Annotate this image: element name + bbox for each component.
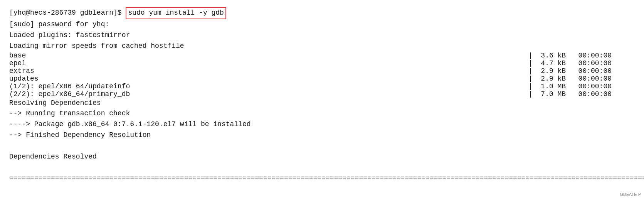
base-row: base | 3.6 kB 00:00:00 (9, 52, 635, 59)
running-check-text: --> Running transaction check (9, 108, 130, 119)
epel-primarydb-row: (2/2): epel/x86_64/primary_db | 7.0 MB 0… (9, 90, 635, 98)
separator-text: ========================================… (9, 173, 644, 184)
sudo-prompt-line: [sudo] password for yhq: (9, 19, 635, 30)
epel-primarydb-label: (2/2): epel/x86_64/primary_db (9, 90, 528, 98)
watermark: GDEATE P (620, 192, 641, 197)
epel-updateinfo-label: (1/2): epel/x86_64/updateinfo (9, 83, 528, 90)
extras-label: extras (9, 67, 528, 75)
base-label: base (9, 52, 528, 59)
dep-resolved-text: Dependencies Resolved (9, 152, 97, 162)
blank-line-2 (9, 162, 635, 173)
package-gdb-line: ----> Package gdb.x86_64 0:7.6.1-120.el7… (9, 119, 635, 130)
separator-line: ========================================… (9, 173, 635, 184)
dep-resolved-line: Dependencies Resolved (9, 152, 635, 162)
epel-updateinfo-row: (1/2): epel/x86_64/updateinfo | 1.0 MB 0… (9, 83, 635, 90)
updates-value: | 2.9 kB 00:00:00 (528, 75, 635, 83)
blank-line-1 (9, 141, 635, 152)
base-value: | 3.6 kB 00:00:00 (528, 52, 635, 59)
epel-primarydb-value: | 7.0 MB 00:00:00 (528, 90, 635, 98)
updates-row: updates | 2.9 kB 00:00:00 (9, 75, 635, 83)
prompt: [yhq@hecs-286739 gdblearn]$ (9, 8, 126, 19)
loaded-plugins-text: Loaded plugins: fastestmirror (9, 30, 130, 41)
finished-dep-line: --> Finished Dependency Resolution (9, 130, 635, 141)
updates-label: updates (9, 75, 528, 83)
finished-dep-text: --> Finished Dependency Resolution (9, 130, 151, 141)
loading-mirror-line: Loading mirror speeds from cached hostfi… (9, 41, 635, 52)
loading-mirror-text: Loading mirror speeds from cached hostfi… (9, 41, 184, 52)
terminal-container: [yhq@hecs-286739 gdblearn]$ sudo yum ins… (0, 0, 644, 199)
epel-row: epel | 4.7 kB 00:00:00 (9, 59, 635, 67)
epel-value: | 4.7 kB 00:00:00 (528, 59, 635, 67)
extras-row: extras | 2.9 kB 00:00:00 (9, 67, 635, 75)
running-check-line: --> Running transaction check (9, 108, 635, 119)
resolving-line: Resolving Dependencies (9, 98, 635, 109)
loaded-plugins-line: Loaded plugins: fastestmirror (9, 30, 635, 41)
resolving-text: Resolving Dependencies (9, 98, 101, 109)
package-gdb-text: ----> Package gdb.x86_64 0:7.6.1-120.el7… (9, 119, 251, 130)
sudo-prompt-text: [sudo] password for yhq: (9, 19, 109, 30)
highlighted-command: sudo yum install -y gdb (126, 7, 226, 19)
extras-value: | 2.9 kB 00:00:00 (528, 67, 635, 75)
command-line: [yhq@hecs-286739 gdblearn]$ sudo yum ins… (9, 7, 635, 19)
epel-label: epel (9, 59, 528, 67)
epel-updateinfo-value: | 1.0 MB 00:00:00 (528, 83, 635, 90)
